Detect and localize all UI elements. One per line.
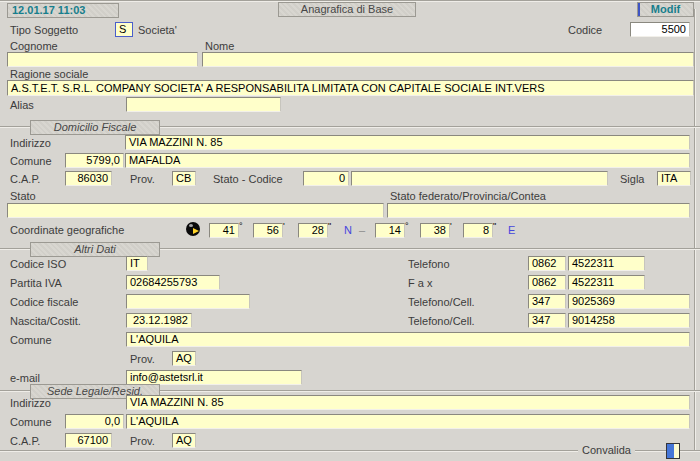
cell1-number-input[interactable]: 9025369 [568, 294, 690, 309]
email-input[interactable]: info@astetsrl.it [126, 370, 302, 385]
domicilio-prov-input[interactable]: CB [172, 171, 196, 186]
sede-cap-label: C.A.P. [10, 435, 40, 447]
codice-fiscale-label: Codice fiscale [10, 296, 78, 308]
stato-federato-label: Stato federato/Provincia/Contea [390, 190, 546, 202]
domicilio-cap-label: C.A.P. [10, 173, 40, 185]
cognome-input[interactable] [7, 52, 198, 67]
codice-iso-label: Codice ISO [10, 258, 66, 270]
anagrafica-form: 12.01.17 11:03 Anagrafica di Base Modif … [0, 0, 700, 461]
longitude-degrees-unit: ° [405, 222, 409, 231]
stato-codice-name-input[interactable] [351, 171, 608, 186]
modif-button-label: Modif [651, 3, 680, 15]
latitude-minutes-unit: ' [283, 222, 285, 231]
coordinate-label: Coordinate geografiche [10, 224, 124, 236]
latitude-degrees-unit: ° [239, 222, 243, 231]
domicilio-indirizzo-input[interactable]: VIA MAZZINI N. 85 [125, 135, 690, 150]
fax-label: F a x [408, 277, 432, 289]
codice-iso-input[interactable]: IT [126, 256, 148, 271]
globe-arrow [193, 228, 199, 234]
ragione-sociale-input[interactable]: A.S.T.E.T. S.R.L. COMPANY SOCIETA' A RES… [7, 80, 694, 96]
domicilio-comune-input[interactable]: MAFALDA [125, 153, 690, 168]
cell2-label: Telefono/Cell. [408, 315, 475, 327]
longitude-seconds-unit: " [493, 222, 496, 231]
tipo-soggetto-desc: Societa' [138, 24, 177, 36]
altri-prov-input[interactable]: AQ [172, 351, 196, 366]
frame-right-line [694, 9, 696, 450]
sede-prov-label: Prov. [130, 435, 155, 447]
partita-iva-input[interactable]: 02684255793 [126, 275, 220, 290]
domicilio-comune-code-input[interactable]: 5799,0 [65, 153, 124, 168]
domicilio-comune-label: Comune [10, 155, 52, 167]
globe-icon[interactable] [186, 222, 200, 236]
sigla-label: Sigla [620, 173, 644, 185]
longitude-direction: E [508, 224, 515, 236]
sede-comune-input[interactable]: L'AQUILA [126, 414, 690, 429]
nome-input[interactable] [202, 52, 694, 67]
nascita-input[interactable]: 23.12.1982 [126, 313, 192, 328]
page-title: Anagrafica di Base [278, 2, 416, 17]
latitude-minutes-input[interactable]: 56 [253, 223, 283, 238]
tipo-soggetto-label: Tipo Soggetto [10, 24, 78, 36]
latitude-seconds-unit: " [328, 222, 331, 231]
tipo-soggetto-input[interactable]: S [115, 22, 133, 37]
domicilio-indirizzo-label: Indirizzo [10, 137, 51, 149]
codice-label: Codice [568, 24, 602, 36]
alias-input[interactable] [126, 97, 281, 112]
ragione-sociale-label: Ragione sociale [10, 68, 88, 80]
modif-button[interactable]: Modif [637, 2, 694, 17]
cognome-label: Cognome [10, 40, 58, 52]
globe-highlight [189, 224, 193, 227]
codice-fiscale-input[interactable] [126, 294, 250, 309]
partita-iva-label: Partita IVA [10, 277, 62, 289]
stato-federato-input[interactable] [387, 203, 690, 218]
sede-comune-label: Comune [10, 416, 52, 428]
telefono-label: Telefono [408, 258, 450, 270]
convalida-icon[interactable] [666, 443, 680, 459]
domicilio-prov-label: Prov. [130, 173, 155, 185]
domicilio-section-title: Domicilio Fiscale [30, 120, 160, 135]
datetime-box: 12.01.17 11:03 [7, 3, 119, 18]
altri-comune-label: Comune [10, 334, 52, 346]
sede-indirizzo-input[interactable]: VIA MAZZINI N. 85 [126, 395, 690, 410]
codice-input[interactable]: 5500 [630, 22, 690, 37]
altri-dati-section-title: Altri Dati [30, 242, 160, 257]
sede-indirizzo-label: Indirizzo [10, 397, 51, 409]
nome-label: Nome [205, 40, 234, 52]
cell2-number-input[interactable]: 9014258 [568, 313, 690, 328]
sede-prov-input[interactable]: AQ [172, 433, 196, 448]
stato-codice-input[interactable]: 0 [303, 171, 349, 186]
nascita-label: Nascita/Costit. [10, 315, 81, 327]
telefono-prefix-input[interactable]: 0862 [528, 256, 566, 271]
sigla-input[interactable]: ITA [657, 171, 691, 186]
convalida-label: Convalida [578, 444, 635, 456]
modif-focus-accent [638, 3, 640, 16]
telefono-number-input[interactable]: 4522311 [568, 256, 645, 271]
stato-input[interactable] [7, 203, 384, 218]
stato-codice-label: Stato - Codice [213, 173, 283, 185]
fax-number-input[interactable]: 4522311 [568, 275, 645, 290]
coords-separator: – [359, 224, 365, 236]
cell2-prefix-input[interactable]: 347 [528, 313, 566, 328]
cell1-prefix-input[interactable]: 347 [528, 294, 566, 309]
latitude-seconds-input[interactable]: 28 [298, 223, 328, 238]
alias-label: Alias [10, 99, 34, 111]
sede-comune-code-input[interactable]: 0,0 [65, 414, 124, 429]
domicilio-cap-input[interactable]: 86030 [65, 171, 112, 186]
altri-prov-label: Prov. [130, 353, 155, 365]
altri-comune-input[interactable]: L'AQUILA [126, 332, 690, 347]
longitude-seconds-input[interactable]: 8 [463, 223, 493, 238]
cell1-label: Telefono/Cell. [408, 296, 475, 308]
longitude-minutes-input[interactable]: 38 [420, 223, 450, 238]
latitude-direction: N [344, 224, 352, 236]
longitude-degrees-input[interactable]: 14 [375, 223, 405, 238]
fax-prefix-input[interactable]: 0862 [528, 275, 566, 290]
stato-label: Stato [10, 190, 36, 202]
email-label: e-mail [10, 372, 40, 384]
sede-cap-input[interactable]: 67100 [65, 433, 112, 448]
longitude-minutes-unit: ' [450, 222, 452, 231]
latitude-degrees-input[interactable]: 41 [209, 223, 239, 238]
